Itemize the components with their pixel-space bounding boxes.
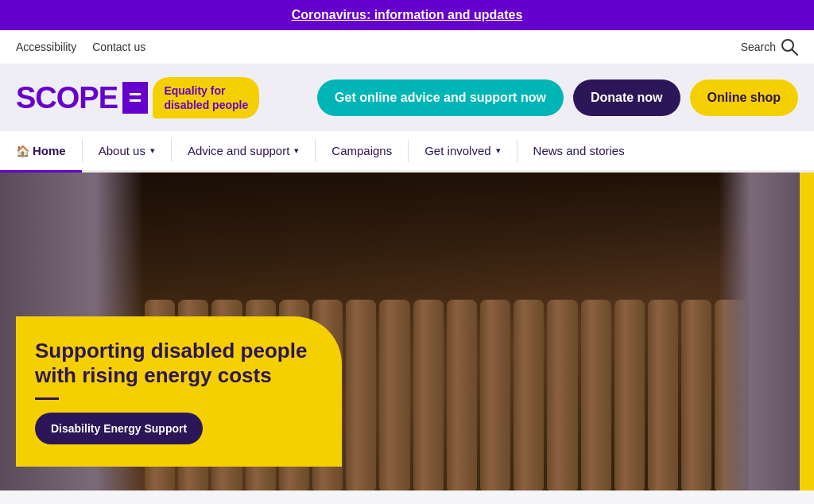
scope-wordmark: SCOPE <box>16 81 118 115</box>
nav-label-about: About us <box>99 144 145 157</box>
scope-equals-icon: = <box>122 82 148 114</box>
chevron-down-icon-3: ▾ <box>496 145 501 156</box>
shop-button[interactable]: Online shop <box>690 79 798 116</box>
site-header: SCOPE = Equality fordisabled people Get … <box>0 64 814 131</box>
accessibility-link[interactable]: Accessibility <box>16 41 76 53</box>
top-banner: Coronavirus: information and updates <box>0 0 814 30</box>
nav-item-news[interactable]: News and stories <box>517 131 641 173</box>
nav-label-get-involved: Get involved <box>424 144 490 157</box>
utility-nav: Accessibility Contact us Search <box>0 30 814 64</box>
nav-label-home: Home <box>33 144 66 157</box>
nav-item-home[interactable]: 🏠 Home <box>0 131 82 173</box>
radiator-fin <box>379 300 409 490</box>
radiator-fin <box>614 300 645 490</box>
radiator-fin <box>681 300 711 490</box>
search-label: Search <box>741 41 776 53</box>
svg-line-1 <box>793 50 798 56</box>
utility-nav-links: Accessibility Contact us <box>16 41 145 53</box>
yellow-strip-right <box>800 173 814 490</box>
radiator-fin <box>480 300 510 490</box>
nav-item-advice[interactable]: Advice and support ▾ <box>172 131 315 173</box>
advice-button[interactable]: Get online advice and support now <box>317 79 564 116</box>
hero-section: Supporting disabled people with rising e… <box>0 173 814 490</box>
radiator-fin <box>413 300 444 490</box>
search-area[interactable]: Search <box>741 38 798 56</box>
hero-text-box: Supporting disabled people with rising e… <box>16 316 342 467</box>
nav-item-about[interactable]: About us ▾ <box>83 131 171 173</box>
nav-item-get-involved[interactable]: Get involved ▾ <box>409 131 516 173</box>
radiator-fin <box>547 300 577 490</box>
radiator-fin <box>648 300 678 490</box>
nav-item-campaigns[interactable]: Campaigns <box>316 131 408 173</box>
coronavirus-link[interactable]: Coronavirus: information and updates <box>292 8 523 21</box>
radiator-fin <box>581 300 611 490</box>
nav-label-advice: Advice and support <box>188 144 289 157</box>
donate-button[interactable]: Donate now <box>573 79 680 116</box>
energy-support-button[interactable]: Disability Energy Support <box>35 413 203 444</box>
hero-title: Supporting disabled people with rising e… <box>35 339 316 388</box>
tagline-bubble: Equality fordisabled people <box>153 77 259 118</box>
header-buttons: Get online advice and support now Donate… <box>317 79 798 116</box>
radiator-fin <box>447 300 477 490</box>
chevron-down-icon: ▾ <box>150 145 155 156</box>
chevron-down-icon-2: ▾ <box>294 145 299 156</box>
contact-us-link[interactable]: Contact us <box>92 41 145 53</box>
nav-label-campaigns: Campaigns <box>331 144 392 157</box>
search-icon <box>781 38 798 56</box>
nav-label-news: News and stories <box>533 144 625 157</box>
radiator-fin <box>514 300 544 490</box>
main-nav: 🏠 Home About us ▾ Advice and support ▾ C… <box>0 131 814 173</box>
radiator-fin <box>346 300 376 490</box>
logo[interactable]: SCOPE = Equality fordisabled people <box>16 77 259 118</box>
home-icon: 🏠 <box>16 145 29 157</box>
tagline-text: Equality fordisabled people <box>164 84 248 111</box>
hero-dash <box>35 397 59 400</box>
